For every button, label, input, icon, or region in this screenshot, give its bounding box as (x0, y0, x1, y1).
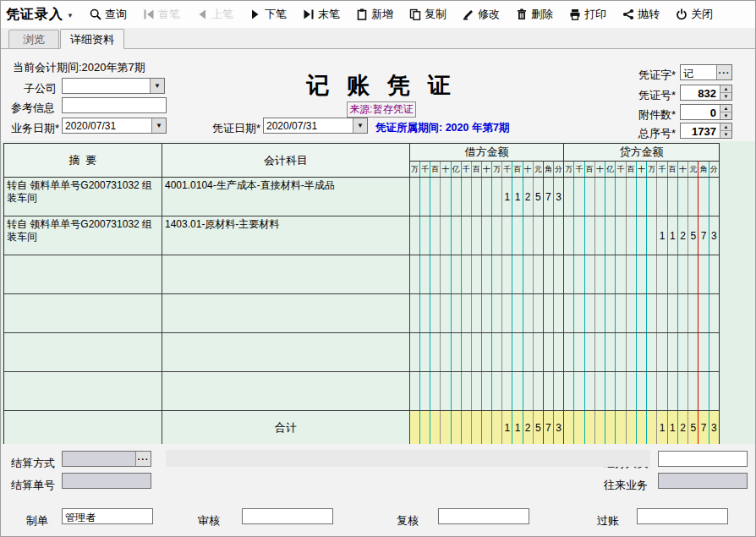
header-form: 当前会计期间:2020年第7期 子公司 ▼ 参考信息 业务日期* 2020/07… (1, 49, 755, 141)
amount-digit-cell: 1 (668, 411, 678, 444)
amount-digit-cell (627, 255, 637, 293)
amount-digit-cell (452, 333, 462, 371)
amount-digit-cell (523, 216, 534, 255)
credit-amount-cell[interactable] (564, 255, 719, 293)
chevron-down-icon[interactable]: ▼ (353, 118, 367, 133)
voucher-no-stepper[interactable]: 832 ▲▼ (680, 85, 732, 101)
digit-column-label: 千 (657, 162, 667, 177)
account-cell[interactable]: 1403.01-原材料-主要材料 (162, 216, 410, 255)
new-button[interactable]: 新增 (356, 7, 393, 22)
amount-digit-cell (554, 294, 563, 332)
debit-amount-cell[interactable] (410, 216, 564, 255)
amount-digit-cell (698, 178, 709, 216)
digit-column-label: 分 (554, 162, 563, 177)
amount-digit-cell (482, 216, 492, 255)
summary-cell[interactable] (4, 294, 162, 332)
settle-no-field[interactable] (62, 473, 151, 489)
post-input[interactable] (637, 508, 728, 524)
first-record-button[interactable]: 首笔 (143, 7, 180, 22)
spinner-buttons[interactable]: ▲▼ (720, 123, 731, 138)
settle-method-field[interactable]: ··· (62, 451, 151, 467)
current-business-field[interactable] (658, 473, 748, 489)
business-date-combobox[interactable]: 2020/07/31 ▼ (62, 118, 167, 134)
amount-digit-cell (605, 333, 616, 371)
summary-cell[interactable]: 转自 领料单单号G200731032 组装车间 (4, 216, 162, 255)
chevron-down-icon[interactable]: ▼ (151, 118, 166, 133)
search-button[interactable]: 查询 (90, 7, 127, 22)
last-record-button[interactable]: 末笔 (303, 7, 340, 22)
debit-amount-cell[interactable]: 112573 (410, 178, 564, 216)
prev-record-button[interactable]: 上笔 (196, 7, 233, 22)
account-cell[interactable] (162, 372, 410, 410)
voucher-word-field[interactable]: 记 ··· (680, 64, 732, 80)
digit-column-label: 万 (564, 162, 574, 177)
maker-label: 制单 (26, 513, 48, 529)
credit-amount-cell[interactable] (564, 178, 719, 216)
subsidiary-value (63, 79, 150, 93)
total-credit-amount[interactable]: 112573 (564, 411, 719, 444)
credit-amount-cell[interactable] (564, 294, 719, 332)
summary-cell[interactable] (4, 333, 162, 371)
delete-button[interactable]: 删除 (516, 7, 553, 22)
tab-detail[interactable]: 详细资料 (60, 29, 124, 49)
attachments-stepper[interactable]: 0 ▲▼ (680, 104, 732, 120)
total-debit-amount[interactable]: 112573 (410, 411, 564, 444)
subsidiary-combobox[interactable]: ▼ (62, 78, 165, 94)
transfer-button[interactable]: 抛转 (622, 7, 660, 22)
summary-cell[interactable]: 转自 领料单单号G200731032 组装车间 (4, 178, 162, 216)
next-record-button[interactable]: 下笔 (249, 7, 287, 22)
digit-column-label: 十 (637, 162, 647, 177)
amount-digit-cell (441, 372, 451, 410)
debit-amount-cell[interactable] (410, 255, 564, 293)
account-cell[interactable] (162, 255, 410, 293)
credit-amount-cell[interactable] (564, 372, 719, 410)
amount-digit-cell (544, 255, 554, 293)
app-title-menu[interactable]: 凭证录入 ▼ (6, 6, 74, 24)
tab-browse[interactable]: 浏览 (8, 30, 59, 48)
amount-digit-cell (462, 294, 472, 332)
credit-amount-cell[interactable]: 112573 (564, 216, 719, 255)
audit-value (243, 509, 332, 523)
spin-down-icon[interactable]: ▼ (720, 93, 731, 100)
amount-digit-cell (452, 216, 462, 255)
serial-stepper[interactable]: 1737 ▲▼ (680, 123, 732, 139)
app-title: 凭证录入 (6, 6, 63, 24)
agent-input[interactable] (658, 451, 748, 467)
ellipsis-button[interactable]: ··· (716, 65, 731, 79)
credit-amount-cell[interactable] (564, 333, 719, 371)
debit-amount-cell[interactable] (410, 333, 564, 371)
amount-digit-cell (574, 411, 584, 444)
amount-digit-cell: 1 (657, 411, 667, 444)
spin-down-icon[interactable]: ▼ (720, 112, 731, 119)
summary-cell[interactable] (4, 372, 162, 410)
reference-input[interactable] (62, 97, 167, 113)
print-button[interactable]: 打印 (569, 7, 606, 22)
amount-digit-cell (512, 333, 523, 371)
amount-digit-cell (668, 372, 678, 410)
spin-up-icon[interactable]: ▲ (720, 123, 731, 131)
account-cell[interactable]: 4001.0104-生产成本-直接材料-半成品 (162, 178, 410, 216)
account-cell[interactable] (162, 333, 410, 371)
copy-button[interactable]: 复制 (409, 7, 446, 22)
audit-input[interactable] (242, 508, 333, 524)
amount-digit-cell (627, 294, 637, 332)
review-input[interactable] (438, 508, 529, 524)
summary-cell[interactable] (4, 255, 162, 293)
spinner-buttons[interactable]: ▲▼ (720, 85, 731, 100)
attachments-label: 附件数* (593, 107, 676, 123)
spin-up-icon[interactable]: ▲ (720, 85, 731, 93)
chevron-down-icon[interactable]: ▼ (150, 79, 164, 93)
ellipsis-button[interactable]: ··· (135, 452, 151, 466)
amount-digit-cell (462, 372, 472, 410)
amount-digit-cell (441, 255, 451, 293)
debit-amount-cell[interactable] (410, 294, 564, 332)
voucher-date-combobox[interactable]: 2020/07/31 ▼ (263, 118, 368, 134)
spin-up-icon[interactable]: ▲ (720, 105, 731, 112)
account-cell[interactable] (162, 294, 410, 332)
spin-down-icon[interactable]: ▼ (720, 131, 731, 138)
maker-input[interactable]: 管理者 (62, 508, 153, 524)
spinner-buttons[interactable]: ▲▼ (720, 105, 731, 119)
debit-amount-cell[interactable] (410, 372, 564, 410)
edit-button[interactable]: 修改 (463, 7, 500, 22)
close-button[interactable]: 关闭 (676, 7, 713, 22)
